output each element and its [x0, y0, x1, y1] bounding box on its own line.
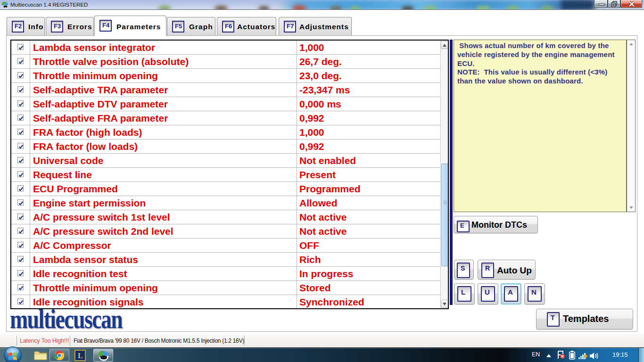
svg-text:L: L — [78, 352, 83, 360]
